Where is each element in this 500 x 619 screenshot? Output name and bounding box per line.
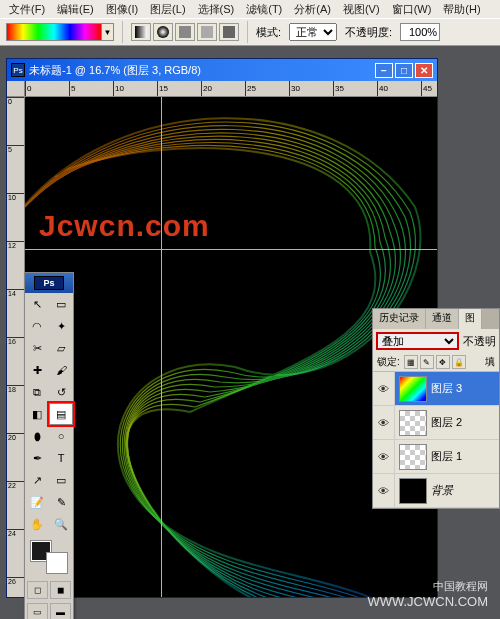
ps-badge-icon: Ps — [11, 63, 25, 77]
lock-position-icon[interactable]: ✥ — [436, 355, 450, 369]
lock-all-icon[interactable]: 🔒 — [452, 355, 466, 369]
divider — [122, 21, 123, 43]
history-brush[interactable]: ↺ — [49, 381, 73, 403]
lock-transparency-icon[interactable]: ▦ — [404, 355, 418, 369]
ruler-vertical[interactable]: 05101214161820222426 — [7, 97, 25, 597]
menu-item[interactable]: 图像(I) — [101, 1, 143, 18]
linear-gradient-button[interactable] — [131, 23, 151, 41]
gradient-picker[interactable]: ▼ — [6, 23, 114, 41]
divider — [247, 21, 248, 43]
layer-name: 图层 1 — [431, 449, 462, 464]
dodge-tool[interactable]: ○ — [49, 425, 73, 447]
marquee-tool[interactable]: ▭ — [49, 293, 73, 315]
tab-layers[interactable]: 图 — [459, 309, 482, 329]
tab-channels[interactable]: 通道 — [426, 309, 459, 329]
mode-label: 模式: — [256, 25, 281, 40]
layer-thumbnail — [399, 444, 427, 470]
lock-pixels-icon[interactable]: ✎ — [420, 355, 434, 369]
fill-label: 填 — [485, 355, 495, 369]
menu-item[interactable]: 滤镜(T) — [241, 1, 287, 18]
visibility-toggle-icon[interactable]: 👁 — [373, 372, 395, 405]
layer-thumbnail — [399, 376, 427, 402]
layers-panel: 历史记录 通道 图 叠加 不透明 锁定: ▦ ✎ ✥ 🔒 填 👁图层 3👁图层 … — [372, 308, 500, 509]
radial-gradient-button[interactable] — [153, 23, 173, 41]
visibility-toggle-icon[interactable]: 👁 — [373, 474, 395, 507]
gradient-swatch — [6, 23, 102, 41]
color-swatches[interactable] — [29, 539, 69, 575]
svg-rect-0 — [135, 26, 147, 38]
angle-gradient-button[interactable] — [175, 23, 195, 41]
wand-tool[interactable]: ✦ — [49, 315, 73, 337]
layer-thumbnail — [399, 410, 427, 436]
eraser-tool[interactable]: ◧ — [25, 403, 49, 425]
opacity-label: 不透明度: — [345, 25, 392, 40]
gradient-tool[interactable]: ▤ — [49, 403, 73, 425]
close-button[interactable]: ✕ — [415, 63, 433, 78]
background-color[interactable] — [47, 553, 67, 573]
layer-name: 图层 2 — [431, 415, 462, 430]
menu-item[interactable]: 图层(L) — [145, 1, 190, 18]
blur-tool[interactable]: ⬮ — [25, 425, 49, 447]
stamp-tool[interactable]: ⧉ — [25, 381, 49, 403]
document-title: 未标题-1 @ 16.7% (图层 3, RGB/8) — [29, 63, 201, 78]
layer-row[interactable]: 👁背景 — [373, 474, 499, 508]
screenmode-1-icon[interactable]: ▭ — [27, 603, 48, 619]
eyedrop-tool[interactable]: ✎ — [49, 491, 73, 513]
menu-item[interactable]: 选择(S) — [193, 1, 240, 18]
options-bar: ▼ 模式: 正常 不透明度: — [0, 18, 500, 46]
quickmask-mode-icon[interactable]: ◼ — [50, 581, 71, 599]
toolbox: Ps ↖▭◠✦✂▱✚🖌⧉↺◧▤⬮○✒T↗▭📝✎✋🔍 ◻ ◼ ▭ ▬ — [24, 272, 74, 619]
document-titlebar[interactable]: Ps 未标题-1 @ 16.7% (图层 3, RGB/8) − □ ✕ — [7, 59, 437, 81]
toolbox-header[interactable]: Ps — [25, 273, 73, 293]
tab-history[interactable]: 历史记录 — [373, 309, 426, 329]
svg-rect-3 — [201, 26, 213, 38]
shape-tool[interactable]: ▭ — [49, 469, 73, 491]
guide-horizontal[interactable] — [25, 249, 437, 250]
maximize-button[interactable]: □ — [395, 63, 413, 78]
crop-tool[interactable]: ✂ — [25, 337, 49, 359]
visibility-toggle-icon[interactable]: 👁 — [373, 406, 395, 439]
lasso-tool[interactable]: ◠ — [25, 315, 49, 337]
svg-point-1 — [157, 26, 169, 38]
layer-name: 背景 — [431, 483, 453, 498]
guide-vertical[interactable] — [161, 97, 162, 597]
menu-item[interactable]: 视图(V) — [338, 1, 385, 18]
menu-item[interactable]: 帮助(H) — [438, 1, 485, 18]
gradient-type-buttons — [131, 23, 239, 41]
move-tool[interactable]: ↖ — [25, 293, 49, 315]
brush-tool[interactable]: 🖌 — [49, 359, 73, 381]
slice-tool[interactable]: ▱ — [49, 337, 73, 359]
menu-item[interactable]: 文件(F) — [4, 1, 50, 18]
menu-bar: 文件(F)编辑(E)图像(I)图层(L)选择(S)滤镜(T)分析(A)视图(V)… — [0, 0, 500, 18]
gradient-dropdown-icon[interactable]: ▼ — [102, 23, 114, 41]
mode-select[interactable]: 正常 — [289, 23, 337, 41]
path-tool[interactable]: ↗ — [25, 469, 49, 491]
heal-tool[interactable]: ✚ — [25, 359, 49, 381]
hand-tool[interactable]: ✋ — [25, 513, 49, 535]
layer-row[interactable]: 👁图层 3 — [373, 372, 499, 406]
lock-label: 锁定: — [377, 355, 400, 369]
notes-tool[interactable]: 📝 — [25, 491, 49, 513]
menu-item[interactable]: 窗口(W) — [387, 1, 437, 18]
type-tool[interactable]: T — [49, 447, 73, 469]
opacity-input[interactable] — [400, 23, 440, 41]
layer-row[interactable]: 👁图层 2 — [373, 406, 499, 440]
pen-tool[interactable]: ✒ — [25, 447, 49, 469]
screenmode-2-icon[interactable]: ▬ — [50, 603, 71, 619]
reflected-gradient-button[interactable] — [197, 23, 217, 41]
minimize-button[interactable]: − — [375, 63, 393, 78]
zoom-tool[interactable]: 🔍 — [49, 513, 73, 535]
ruler-horizontal[interactable]: 051015202530354045 — [25, 81, 437, 97]
menu-item[interactable]: 编辑(E) — [52, 1, 99, 18]
layer-row[interactable]: 👁图层 1 — [373, 440, 499, 474]
visibility-toggle-icon[interactable]: 👁 — [373, 440, 395, 473]
standard-mode-icon[interactable]: ◻ — [27, 581, 48, 599]
diamond-gradient-button[interactable] — [219, 23, 239, 41]
blend-mode-select[interactable]: 叠加 — [376, 332, 459, 350]
panel-opacity-label: 不透明 — [463, 334, 496, 349]
layer-name: 图层 3 — [431, 381, 462, 396]
ruler-corner — [7, 81, 25, 97]
menu-item[interactable]: 分析(A) — [289, 1, 336, 18]
canvas-watermark-text: Jcwcn.com — [39, 209, 210, 243]
site-watermark: 中国教程网 WWW.JCWCN.COM — [367, 579, 488, 609]
